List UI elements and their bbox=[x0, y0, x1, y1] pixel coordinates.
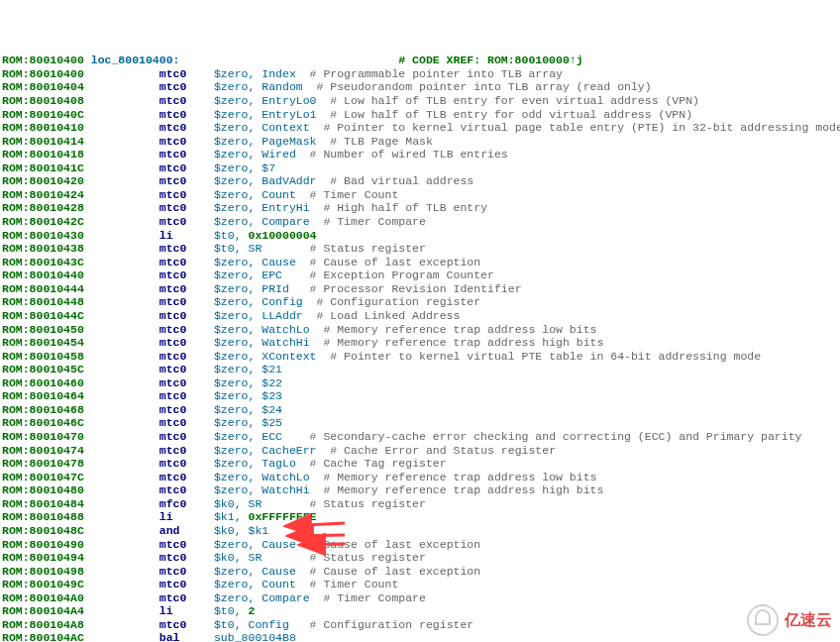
asm-line: ROM:80010400 loc_80010400: # CODE XREF: … bbox=[2, 54, 838, 67]
asm-line: ROM:8001049C mtc0 $zero, Count # Timer C… bbox=[2, 578, 838, 591]
asm-line: ROM:80010498 mtc0 $zero, Cause # Cause o… bbox=[2, 565, 838, 579]
asm-line: ROM:80010464 mtc0 $zero, $23 bbox=[2, 389, 838, 403]
asm-line: ROM:80010448 mtc0 $zero, Config # Config… bbox=[2, 295, 838, 309]
asm-line: ROM:80010450 mtc0 $zero, WatchLo # Memor… bbox=[2, 323, 838, 337]
asm-line: ROM:80010418 mtc0 $zero, Wired # Number … bbox=[2, 148, 838, 161]
asm-line: ROM:8001046C mtc0 $zero, $25 bbox=[2, 416, 838, 430]
asm-line: ROM:80010438 mtc0 $t0, SR # Status regis… bbox=[2, 242, 838, 256]
asm-line: ROM:800104A0 mtc0 $zero, Compare # Timer… bbox=[2, 591, 838, 605]
asm-line: ROM:8001040C mtc0 $zero, EntryLo1 # Low … bbox=[2, 108, 838, 122]
asm-line: ROM:8001045C mtc0 $zero, $21 bbox=[2, 363, 838, 376]
asm-line: ROM:80010490 mtc0 $zero, Cause # Cause o… bbox=[2, 538, 838, 552]
asm-line: ROM:80010480 mtc0 $zero, WatchHi # Memor… bbox=[2, 483, 838, 497]
disassembly-listing: ROM:80010400 loc_80010400: # CODE XREF: … bbox=[0, 54, 840, 642]
asm-line: ROM:8001042C mtc0 $zero, Compare # Timer… bbox=[2, 215, 838, 229]
asm-line: ROM:800104AC bal sub_800104B8 bbox=[2, 631, 838, 642]
asm-line: ROM:80010494 mtc0 $k0, SR # Status regis… bbox=[2, 551, 838, 565]
asm-line: ROM:800104A4 li $t0, 2 bbox=[2, 604, 838, 618]
asm-line: ROM:80010458 mtc0 $zero, XContext # Poin… bbox=[2, 350, 838, 364]
asm-line: ROM:80010408 mtc0 $zero, EntryLo0 # Low … bbox=[2, 94, 838, 108]
asm-line: ROM:8001043C mtc0 $zero, Cause # Cause o… bbox=[2, 256, 838, 269]
asm-line: ROM:80010420 mtc0 $zero, BadVAddr # Bad … bbox=[2, 174, 838, 188]
asm-line: ROM:80010430 li $t0, 0x10000004 bbox=[2, 229, 838, 243]
asm-line: ROM:80010444 mtc0 $zero, PRId # Processo… bbox=[2, 282, 838, 296]
asm-line: ROM:80010414 mtc0 $zero, PageMask # TLB … bbox=[2, 135, 838, 149]
watermark: 亿速云 bbox=[747, 604, 832, 636]
asm-line: ROM:80010470 mtc0 $zero, ECC # Secondary… bbox=[2, 430, 838, 444]
asm-line: ROM:80010474 mtc0 $zero, CacheErr # Cach… bbox=[2, 444, 838, 458]
watermark-text: 亿速云 bbox=[785, 611, 832, 630]
asm-line: ROM:80010488 li $k1, 0xFFFFFFFE bbox=[2, 510, 838, 524]
asm-line: ROM:80010468 mtc0 $zero, $24 bbox=[2, 403, 838, 417]
asm-line: ROM:80010478 mtc0 $zero, TagLo # Cache T… bbox=[2, 457, 838, 471]
asm-line: ROM:80010460 mtc0 $zero, $22 bbox=[2, 376, 838, 390]
seebug-icon bbox=[747, 604, 779, 636]
asm-line: ROM:80010428 mtc0 $zero, EntryHi # High … bbox=[2, 201, 838, 215]
asm-line: ROM:8001047C mtc0 $zero, WatchLo # Memor… bbox=[2, 471, 838, 484]
asm-line: ROM:8001048C and $k0, $k1 bbox=[2, 524, 838, 538]
asm-line: ROM:80010400 mtc0 $zero, Index # Program… bbox=[2, 67, 838, 81]
asm-line: ROM:80010484 mfc0 $k0, SR # Status regis… bbox=[2, 497, 838, 511]
asm-line: ROM:8001044C mtc0 $zero, LLAddr # Load L… bbox=[2, 309, 838, 323]
asm-line: ROM:80010404 mtc0 $zero, Random # Pseudo… bbox=[2, 80, 838, 94]
asm-line: ROM:80010424 mtc0 $zero, Count # Timer C… bbox=[2, 188, 838, 202]
asm-line: ROM:800104A8 mtc0 $t0, Config # Configur… bbox=[2, 618, 838, 632]
asm-line: ROM:80010454 mtc0 $zero, WatchHi # Memor… bbox=[2, 336, 838, 350]
asm-line: ROM:80010440 mtc0 $zero, EPC # Exception… bbox=[2, 268, 838, 282]
asm-line: ROM:80010410 mtc0 $zero, Context # Point… bbox=[2, 121, 838, 135]
asm-line: ROM:8001041C mtc0 $zero, $7 bbox=[2, 161, 838, 175]
